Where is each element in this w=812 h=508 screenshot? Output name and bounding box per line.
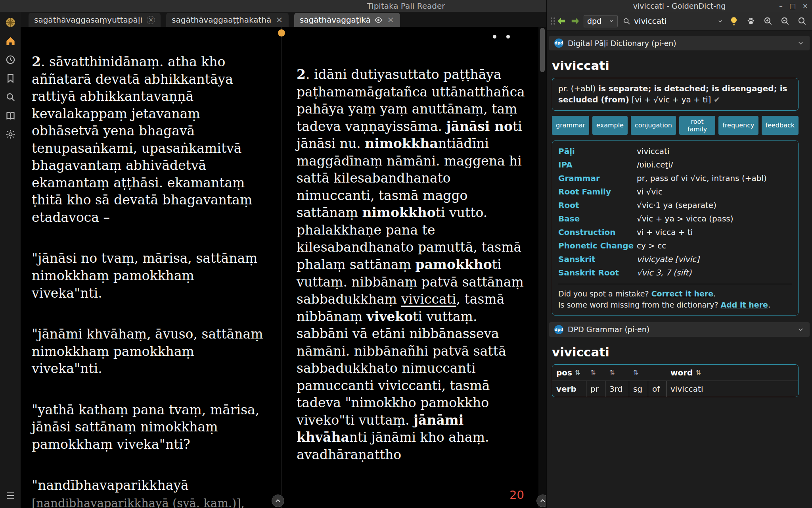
reader-content: 2. sāvatthinidānaṃ. atha kho aññatarā de…	[21, 27, 546, 508]
sort-icon[interactable]: ⇅	[695, 369, 701, 376]
collapse-chevron-icon[interactable]	[797, 326, 804, 333]
collapse-chevron-icon[interactable]	[797, 39, 804, 47]
grammar-column-header[interactable]: pos⇅	[552, 365, 586, 381]
toolbar-drag-handle-icon[interactable]	[551, 17, 552, 25]
page-dot[interactable]	[493, 35, 496, 38]
grammar-column-header[interactable]: ⇅	[629, 365, 648, 381]
search-input[interactable]	[634, 16, 714, 26]
tag-button-feedback[interactable]: feedback	[762, 116, 799, 135]
wildcard-hint-button[interactable]	[728, 15, 740, 27]
close-button[interactable]: ×	[802, 2, 808, 10]
dictionary-group-select[interactable]: dpd	[584, 15, 618, 27]
pane-divider[interactable]	[278, 27, 285, 508]
zoom-out-icon	[780, 16, 790, 26]
tag-button-frequency[interactable]: frequency	[718, 116, 758, 135]
info-field-label: Root Family	[558, 187, 637, 196]
add-it-here-link[interactable]: Add it here	[721, 300, 768, 309]
search-history-chevron-icon[interactable]	[717, 18, 723, 24]
grammar-column-header[interactable]: ⇅	[586, 365, 605, 381]
tab-close-icon[interactable]: ×	[147, 16, 155, 24]
pali-paragraph: 2. sāvatthinidānaṃ. atha kho aññatarā de…	[32, 53, 266, 226]
highlighted-search-word[interactable]: viviccati	[401, 291, 456, 307]
info-field-label: Sanskrit Root	[558, 268, 637, 277]
bookmark-icon[interactable]	[4, 72, 17, 85]
grammar-cell: viviccati	[666, 381, 798, 397]
grammar-column-header[interactable]: ⇅	[605, 365, 629, 381]
info-row: Sanskritvivicyate [vivic]	[552, 252, 798, 266]
dictionary-group-value: dpd	[587, 17, 601, 25]
paw-icon	[746, 16, 756, 26]
history-icon[interactable]	[4, 53, 17, 66]
info-row: Root Familyvi √vic	[552, 185, 798, 198]
search-icon[interactable]	[4, 90, 17, 103]
info-field-label: Sanskrit	[558, 254, 637, 264]
tag-row: grammarexampleconjugationroot familyfreq…	[552, 116, 799, 135]
zoom-in-button[interactable]	[762, 15, 774, 27]
text-run: viveko	[366, 309, 413, 324]
tab-1[interactable]: sagāthāvaggasaṃyuttapāḷi×	[29, 13, 161, 27]
tab-close-icon[interactable]: ×	[276, 15, 283, 24]
sort-icon[interactable]: ⇅	[590, 369, 596, 376]
left-text-pane[interactable]: 2. sāvatthinidānaṃ. atha kho aññatarā de…	[21, 27, 278, 508]
settings-gear-icon[interactable]	[4, 128, 17, 140]
tab-3[interactable]: sagāthāvaggaṭīkā×	[294, 13, 400, 27]
tag-button-example[interactable]: example	[592, 116, 628, 135]
divider-handle[interactable]	[278, 29, 285, 37]
tag-button-grammar[interactable]: grammar	[552, 116, 589, 135]
zoom-reset-button[interactable]	[796, 15, 808, 27]
gd-titlebar: viviccati - GoldenDict-ng – □ ×	[547, 0, 812, 12]
info-field-value: pr, pass of vi √vic, intrans (+abl)	[637, 173, 792, 183]
tab-close-icon[interactable]: ×	[387, 15, 394, 24]
info-field-value: √vic 3, 7 (sift)	[637, 268, 792, 277]
grammar-cell: pr	[586, 381, 605, 397]
center-text-pane[interactable]: 2. idāni dutiyasuttato paṭṭhāya paṭhamam…	[285, 27, 538, 508]
highlight-all-button[interactable]	[745, 15, 757, 27]
sort-icon[interactable]: ⇅	[609, 369, 615, 376]
text-run: jānāsi no	[446, 119, 513, 134]
correct-it-here-link[interactable]: Correct it here	[651, 289, 713, 298]
hamburger-menu-icon[interactable]	[4, 489, 17, 502]
info-row: IPA/ʋiʋi.ceṯi/	[552, 158, 798, 171]
info-box: PāḷiviviccatiIPA/ʋiʋi.ceṯi/Grammarpr, pa…	[552, 140, 799, 316]
search-box[interactable]	[621, 15, 725, 27]
back-arrow-icon	[556, 16, 567, 26]
info-field-label: Pāḷi	[558, 146, 637, 156]
zoom-in-icon	[763, 16, 773, 26]
mistake-prompt: Did you spot a mistake?	[558, 289, 651, 298]
vertical-scrollbar[interactable]	[538, 27, 546, 508]
sort-icon[interactable]: ⇅	[633, 369, 638, 376]
tpr-body: sagāthāvaggasaṃyuttapāḷi×sagāthāvaggaaṭṭ…	[0, 12, 546, 508]
page-dot[interactable]	[506, 35, 510, 38]
grammar-table: pos⇅⇅⇅⇅word⇅ verbpr3rdsgofviviccati	[552, 364, 799, 397]
eye-icon[interactable]	[374, 16, 383, 24]
scrollbar-thumb[interactable]	[540, 28, 545, 72]
grammar-header-label: pos	[556, 368, 572, 377]
page-number: 20	[297, 487, 524, 502]
sort-icon[interactable]: ⇅	[575, 369, 580, 376]
back-button[interactable]	[556, 15, 567, 27]
text-run: "yathā kathaṃ pana tvaṃ, mārisa, jānāsi …	[32, 402, 259, 452]
text-run: nimokkha	[365, 136, 438, 151]
dictionary-header-dpd[interactable]: dpd Digital Pāḷi Dictionary (pi-en)	[549, 36, 810, 50]
minimize-button[interactable]: –	[779, 2, 783, 10]
forward-button[interactable]	[570, 15, 581, 27]
zoom-out-button[interactable]	[779, 15, 791, 27]
info-field-value: √vic·1 ya (separate)	[637, 200, 792, 210]
info-field-value: vi √vic	[637, 187, 792, 196]
zoom-reset-icon	[797, 16, 807, 26]
maximize-button[interactable]: □	[789, 2, 796, 10]
tpr-sidebar	[0, 12, 21, 508]
home-icon[interactable]	[4, 35, 17, 47]
gd-content: dpd Digital Pāḷi Dictionary (pi-en) vivi…	[547, 31, 812, 508]
scroll-up-button-left-pane[interactable]	[272, 495, 284, 507]
tag-button-conjugation[interactable]: conjugation	[631, 116, 676, 135]
tag-button-root-family[interactable]: root family	[679, 116, 715, 135]
tab-2[interactable]: sagāthāvaggaaṭṭhakathā×	[166, 13, 289, 27]
grammar-cell: sg	[629, 381, 648, 397]
dictionary-icon[interactable]	[4, 109, 17, 122]
grammar-column-header[interactable]: word⇅	[666, 365, 798, 381]
dictionary-header-dpd-grammar[interactable]: dpd DPD Grammar (pi-en)	[549, 322, 810, 337]
dpd-article: viviccati pr. (+abl) is separate; is det…	[547, 50, 812, 317]
info-field-value: cy > cc	[637, 241, 792, 250]
dpd-logo-icon: dpd	[554, 38, 563, 48]
